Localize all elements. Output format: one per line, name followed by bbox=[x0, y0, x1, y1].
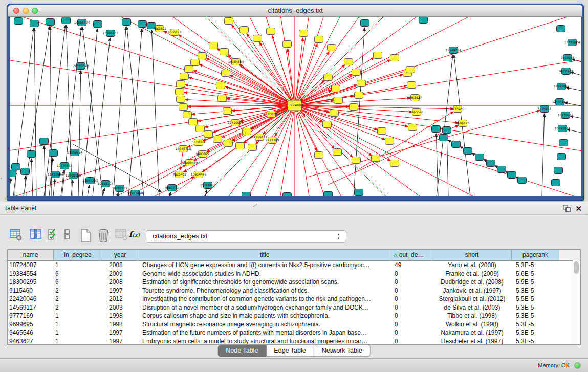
cell-in_degree[interactable]: 2 bbox=[54, 303, 102, 312]
graph-node[interactable] bbox=[559, 140, 568, 146]
cell-out_degree[interactable]: 0 bbox=[391, 329, 432, 337]
graph-node[interactable] bbox=[248, 144, 257, 151]
cell-name[interactable]: 9777169 bbox=[8, 312, 54, 320]
column-header-year[interactable]: year bbox=[102, 250, 138, 260]
cell-pagerank[interactable]: 5.3E-5 bbox=[512, 303, 559, 312]
cell-pagerank[interactable]: 5.5E-5 bbox=[512, 295, 559, 303]
graph-node[interactable] bbox=[554, 167, 563, 174]
graph-node[interactable] bbox=[243, 128, 251, 135]
cell-short[interactable]: de Silva et al. (2003) bbox=[432, 303, 512, 312]
cell-name[interactable]: 9463627 bbox=[8, 337, 54, 345]
graph-node[interactable] bbox=[408, 124, 417, 131]
graph-node[interactable] bbox=[236, 143, 245, 149]
table-row[interactable]: 1872400712008Changes of HCN gene express… bbox=[8, 261, 580, 270]
memory-status-icon[interactable] bbox=[574, 362, 581, 369]
graph-node[interactable] bbox=[189, 119, 198, 125]
graph-node[interactable] bbox=[253, 35, 262, 42]
graph-node[interactable] bbox=[315, 36, 323, 43]
cell-out_degree[interactable]: 0 bbox=[391, 278, 432, 287]
graph-node[interactable] bbox=[299, 30, 308, 37]
graph-node[interactable] bbox=[487, 160, 495, 167]
cell-pagerank[interactable]: 5.9E-5 bbox=[512, 278, 559, 287]
graph-node[interactable] bbox=[357, 80, 366, 87]
column-header-short[interactable]: short bbox=[432, 250, 512, 260]
graph-node[interactable] bbox=[350, 104, 358, 111]
cell-in_degree[interactable]: 2 bbox=[54, 287, 102, 295]
cell-short[interactable]: Stergiakouli et al. (2012) bbox=[432, 295, 512, 303]
cell-in_degree[interactable]: 1 bbox=[54, 337, 102, 345]
graph-node[interactable] bbox=[508, 172, 516, 179]
cell-short[interactable]: Jankovic et al. (1997) bbox=[432, 287, 512, 295]
table-row[interactable]: 946554611997Estimation of the future num… bbox=[8, 329, 580, 337]
cell-year[interactable]: 1997 bbox=[102, 287, 138, 295]
graph-node[interactable] bbox=[518, 177, 527, 184]
cell-short[interactable]: Dudbridge et al. (2008) bbox=[432, 278, 512, 287]
cell-short[interactable]: Yano et al. (2008) bbox=[432, 261, 512, 270]
graph-node[interactable] bbox=[14, 18, 23, 25]
graph-node[interactable] bbox=[216, 82, 225, 89]
cell-title[interactable]: Investigating the contribution of common… bbox=[138, 295, 391, 303]
cell-name[interactable]: 9115460 bbox=[8, 287, 54, 295]
graph-node[interactable] bbox=[223, 108, 232, 115]
cell-year[interactable]: 2008 bbox=[102, 278, 138, 287]
cell-title[interactable]: Genome-wide association studies in ADHD. bbox=[138, 270, 391, 278]
graph-node[interactable] bbox=[352, 157, 361, 164]
cell-out_degree[interactable]: 0 bbox=[391, 337, 432, 345]
function-builder-icon[interactable]: f(x) bbox=[129, 230, 140, 239]
graph-node[interactable] bbox=[440, 135, 448, 141]
table-settings-icon[interactable] bbox=[9, 228, 23, 242]
cell-in_degree[interactable]: 6 bbox=[54, 278, 102, 287]
cell-name[interactable]: 22420046 bbox=[8, 295, 54, 303]
cell-name[interactable]: 9465546 bbox=[8, 329, 54, 337]
select-rows-icon[interactable] bbox=[48, 228, 58, 242]
cell-year[interactable]: 1998 bbox=[102, 320, 138, 329]
new-table-icon[interactable] bbox=[79, 228, 92, 243]
cell-out_degree[interactable]: 0 bbox=[391, 312, 432, 320]
cell-year[interactable]: 1998 bbox=[102, 312, 138, 320]
cell-in_degree[interactable]: 2 bbox=[54, 295, 102, 303]
graph-node[interactable] bbox=[46, 19, 55, 26]
cell-name[interactable]: 14569117 bbox=[8, 303, 54, 312]
graph-node[interactable] bbox=[225, 18, 233, 25]
close-panel-icon[interactable]: ✕ bbox=[575, 204, 582, 213]
graph-node[interactable] bbox=[332, 85, 340, 92]
graph-node[interactable] bbox=[204, 131, 213, 138]
cell-year[interactable]: 2009 bbox=[102, 270, 138, 278]
column-header-out-degree[interactable]: △out_de… bbox=[391, 250, 432, 260]
cell-out_degree[interactable]: 0 bbox=[391, 303, 432, 312]
graph-node[interactable] bbox=[344, 59, 353, 65]
graph-node[interactable] bbox=[242, 192, 251, 197]
cell-year[interactable]: 2012 bbox=[102, 295, 138, 303]
cell-title[interactable]: Tourette syndrome. Phenomenology and cla… bbox=[138, 287, 391, 295]
table-row[interactable]: 2242004622012Investigating the contribut… bbox=[8, 295, 580, 303]
table-row[interactable]: 977716911998Corpus callosum shape and si… bbox=[8, 312, 580, 320]
cell-title[interactable]: Disruption of a novel member of a sodium… bbox=[138, 303, 391, 312]
graph-node[interactable] bbox=[49, 150, 58, 157]
show-column-icon[interactable] bbox=[30, 228, 42, 242]
graph-node[interactable] bbox=[315, 152, 323, 159]
column-header-in-degree[interactable]: in_degree bbox=[54, 250, 102, 260]
cell-pagerank[interactable]: 5.3E-5 bbox=[512, 261, 559, 270]
cell-year[interactable]: 1997 bbox=[102, 329, 138, 337]
table-row[interactable]: 911546021997Tourette syndrome. Phenomeno… bbox=[8, 287, 580, 295]
graph-node[interactable] bbox=[390, 160, 399, 167]
cell-in_degree[interactable]: 6 bbox=[54, 270, 102, 278]
cell-pagerank[interactable]: 5.3E-5 bbox=[512, 337, 559, 345]
graph-node[interactable] bbox=[378, 128, 386, 135]
graph-node[interactable] bbox=[179, 104, 188, 111]
cell-pagerank[interactable]: 5.3E-5 bbox=[512, 320, 559, 329]
cell-year[interactable]: 2008 bbox=[102, 261, 138, 270]
left-collapse-arrow-icon[interactable]: ‹ bbox=[1, 176, 2, 181]
graph-node[interactable] bbox=[324, 74, 333, 81]
graph-node[interactable] bbox=[267, 28, 275, 35]
column-header-pagerank[interactable]: pagerank bbox=[512, 250, 559, 260]
graph-node[interactable] bbox=[374, 52, 382, 59]
cell-in_degree[interactable]: 1 bbox=[54, 261, 102, 270]
import-table-icon[interactable] bbox=[115, 228, 128, 242]
graph-node[interactable] bbox=[333, 149, 342, 156]
table-row[interactable]: 1456911722003Disruption of a novel membe… bbox=[8, 303, 580, 312]
graph-node[interactable] bbox=[334, 97, 343, 104]
cell-short[interactable]: Hescheler et al. (1997) bbox=[432, 337, 512, 345]
table-row[interactable]: 969969511998Structural magnetic resonanc… bbox=[8, 320, 580, 329]
column-header-name[interactable]: name bbox=[8, 250, 54, 260]
